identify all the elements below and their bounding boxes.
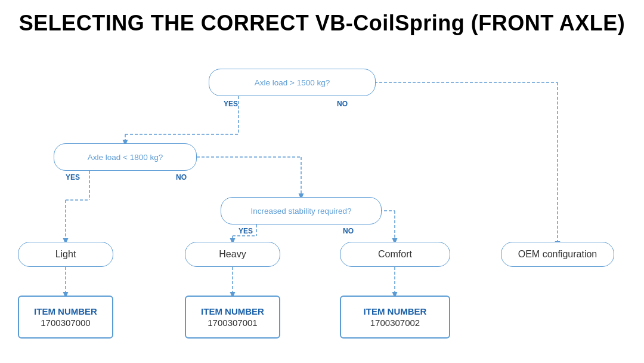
decision-stability-text: Increased stability required?: [251, 207, 352, 216]
item-box-1: ITEM NUMBER 1700307000: [18, 296, 113, 339]
page-title: SELECTING THE CORRECT VB-CoilSpring (FRO…: [0, 0, 644, 42]
result-light-label: Light: [55, 249, 76, 260]
decision-axle-1800-text: Axle load < 1800 kg?: [88, 153, 163, 162]
item-3-label: ITEM NUMBER: [364, 306, 427, 318]
item-1-number: 1700307000: [41, 317, 90, 329]
item-box-2: ITEM NUMBER 1700307001: [185, 296, 280, 339]
decision-stability: Increased stability required?: [221, 197, 382, 224]
diagram-area: Axle load > 1500 kg? YES NO Axle load < …: [0, 45, 644, 337]
result-heavy: Heavy: [185, 242, 280, 267]
d2-yes-label: YES: [66, 173, 80, 182]
item-1-label: ITEM NUMBER: [34, 306, 97, 318]
item-box-3: ITEM NUMBER 1700307002: [340, 296, 450, 339]
item-2-number: 1700307001: [208, 317, 257, 329]
result-light: Light: [18, 242, 113, 267]
d2-no-label: NO: [176, 173, 187, 182]
d3-no-label: NO: [343, 227, 354, 235]
item-2-label: ITEM NUMBER: [201, 306, 264, 318]
result-comfort-label: Comfort: [378, 249, 412, 260]
d1-no-label: NO: [337, 100, 348, 108]
item-3-number: 1700307002: [370, 317, 420, 329]
d1-yes-label: YES: [224, 100, 238, 108]
decision-axle-1500: Axle load > 1500 kg?: [209, 69, 376, 96]
result-comfort: Comfort: [340, 242, 450, 267]
d3-yes-label: YES: [239, 227, 253, 235]
result-oem-label: OEM configuration: [518, 249, 597, 260]
result-oem: OEM configuration: [501, 242, 614, 267]
decision-axle-1800: Axle load < 1800 kg?: [54, 143, 197, 171]
result-heavy-label: Heavy: [219, 249, 246, 260]
decision-axle-1500-text: Axle load > 1500 kg?: [255, 78, 330, 87]
